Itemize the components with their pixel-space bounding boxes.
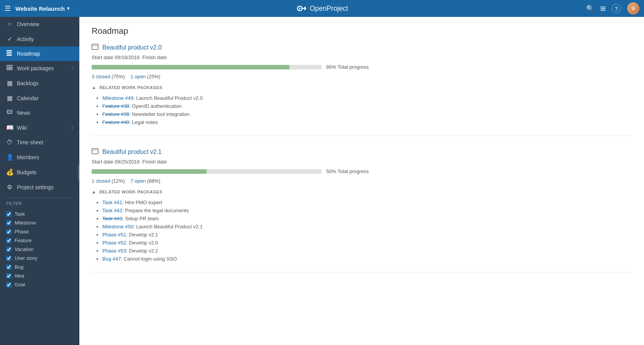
list-item: Milestone #50: Launch Beautiful Product …: [102, 223, 632, 231]
filter-item-feature[interactable]: Feature: [6, 236, 73, 245]
wp-link-50[interactable]: Milestone #50: [102, 224, 133, 229]
wp-link-43[interactable]: Task #43: [102, 216, 122, 221]
filter-item-milestone[interactable]: Milestone: [6, 218, 73, 227]
version-header-v20: Beautiful product v2.0: [92, 44, 632, 51]
wp-link-40[interactable]: Feature #40: [102, 119, 129, 125]
filter-checkbox-bug[interactable]: [6, 264, 12, 270]
closed-count-v20[interactable]: 3 closed: [92, 74, 110, 79]
wp-link-49[interactable]: Milestone #49: [102, 95, 133, 101]
version-title-v21[interactable]: Beautiful product v2.1: [102, 149, 162, 155]
related-header-v21[interactable]: ▲ RELATED WORK PACKAGES: [92, 189, 632, 195]
open-count-v21[interactable]: 7 open: [130, 178, 146, 184]
filter-label-goal: Goal: [15, 282, 25, 287]
budgets-icon: 💰: [6, 168, 13, 176]
collapse-icon: ▲: [92, 189, 96, 195]
sidebar-item-label: Members: [17, 154, 73, 160]
sidebar-item-members[interactable]: 👤 Members: [0, 150, 79, 165]
related-header-v20[interactable]: ▲ RELATED WORK PACKAGES: [92, 85, 632, 90]
progress-label-v21: 50% Total progress: [326, 168, 369, 174]
sidebar-drag-handle[interactable]: [78, 165, 79, 180]
list-item: Phase #53: Develop v2.2: [102, 247, 632, 255]
list-item: Task #42: Prepare the legal documents: [102, 206, 632, 215]
sidebar-item-budgets[interactable]: 💰 Budgets: [0, 165, 79, 180]
sidebar-item-overview[interactable]: ○ Overview: [0, 17, 79, 31]
sidebar-item-label: Budgets: [17, 169, 73, 175]
version-block-v20: Beautiful product v2.0 Start date 09/18/…: [92, 44, 632, 136]
progress-container-v20: 86% Total progress: [92, 64, 632, 70]
sidebar-item-label: Backlogs: [17, 80, 73, 86]
list-item: Feature #38: OpenID authentication: [102, 102, 632, 110]
hamburger-menu[interactable]: ☰: [5, 4, 11, 13]
filter-checkbox-idea[interactable]: [6, 273, 12, 279]
closed-count-v21[interactable]: 1 closed: [92, 178, 110, 184]
filter-item-user-story[interactable]: User story: [6, 254, 73, 262]
related-label: RELATED WORK PACKAGES: [99, 85, 162, 90]
filter-item-phase[interactable]: Phase: [6, 227, 73, 236]
sidebar-item-news[interactable]: News: [0, 106, 79, 120]
filter-item-idea[interactable]: Idea: [6, 271, 73, 280]
filter-item-vacation[interactable]: Vacation: [6, 245, 73, 254]
wp-link-38[interactable]: Feature #38: [102, 103, 129, 109]
filter-checkbox-feature[interactable]: [6, 238, 12, 243]
wp-link-39[interactable]: Feature #39: [102, 111, 129, 117]
filter-checkbox-goal[interactable]: [6, 282, 12, 287]
members-icon: 👤: [6, 154, 13, 161]
list-item: Milestone #49: Launch Beautiful Product …: [102, 94, 632, 102]
version-title-v20[interactable]: Beautiful product v2.0: [102, 44, 162, 51]
help-icon[interactable]: ?: [612, 4, 621, 13]
sidebar-item-work-packages[interactable]: Work packages ›: [0, 61, 79, 76]
open-count-v20[interactable]: 1 open: [130, 74, 146, 79]
list-item: Phase #52: Develop v2.0: [102, 239, 632, 247]
user-avatar[interactable]: U: [627, 2, 639, 15]
filter-label-idea: Idea: [15, 273, 24, 279]
list-item: Feature #39: Newsletter tool integration: [102, 110, 632, 118]
sidebar-item-time-sheet[interactable]: ⏱ Time sheet: [0, 135, 79, 150]
sidebar-item-backlogs[interactable]: ▦ Backlogs: [0, 76, 79, 91]
filter-label-feature: Feature: [15, 238, 32, 243]
progress-bar-outer-v21: [92, 169, 322, 174]
wp-link-47[interactable]: Bug #47: [102, 256, 121, 262]
wp-link-41[interactable]: Task #41: [102, 200, 122, 205]
svg-rect-14: [92, 149, 98, 154]
wp-link-52[interactable]: Phase #52: [102, 240, 126, 246]
sidebar-item-project-settings[interactable]: ⚙ Project settings: [0, 180, 79, 195]
progress-bar-inner-v20: [92, 65, 289, 69]
filter-label-vacation: Vacation: [15, 246, 34, 252]
filter-title: FILTER: [6, 198, 73, 210]
version-dates-v21: Start date 09/25/2018 Finish date: [92, 159, 632, 165]
project-settings-icon: ⚙: [6, 183, 13, 191]
wp-link-42[interactable]: Task #42: [102, 208, 122, 213]
sidebar-item-label: Roadmap: [17, 51, 73, 57]
sidebar-item-label: Project settings: [17, 184, 73, 190]
openproject-logo-icon: [296, 4, 307, 13]
project-name: Website Relaunch: [15, 5, 65, 12]
filter-checkbox-vacation[interactable]: [6, 247, 12, 252]
list-item: Feature #40: Legal notes: [102, 118, 632, 126]
sidebar-item-activity[interactable]: ✓ Activity: [0, 31, 79, 46]
filter-item-bug[interactable]: Bug: [6, 262, 73, 271]
wp-link-51[interactable]: Phase #51: [102, 232, 126, 238]
sidebar-item-wiki[interactable]: 📖 Wiki ›: [0, 120, 79, 135]
sidebar-item-roadmap[interactable]: Roadmap: [0, 46, 79, 61]
grid-icon[interactable]: ⊞: [600, 5, 606, 13]
backlogs-icon: ▦: [6, 79, 13, 87]
filter-checkbox-phase[interactable]: [6, 229, 12, 234]
sidebar-item-calendar[interactable]: ▦ Calendar: [0, 91, 79, 106]
related-list-v21: Task #41: Hire PMO expert Task #42: Prep…: [92, 198, 632, 263]
filter-checkbox-task[interactable]: [6, 211, 12, 217]
filter-item-task[interactable]: Task: [6, 210, 73, 218]
filter-checkbox-user-story[interactable]: [6, 256, 12, 261]
filter-label-phase: Phase: [15, 229, 29, 234]
filter-item-goal[interactable]: Goal: [6, 280, 73, 289]
search-icon[interactable]: 🔍: [586, 5, 594, 13]
app-name: OpenProject: [310, 5, 348, 13]
filter-label-user-story: User story: [15, 255, 37, 261]
progress-bar-inner-v21: [92, 169, 207, 174]
related-label: RELATED WORK PACKAGES: [99, 190, 162, 194]
wp-link-53[interactable]: Phase #53: [102, 248, 126, 254]
time-sheet-icon: ⏱: [6, 139, 13, 146]
project-title-selector[interactable]: Website Relaunch ▾: [15, 5, 69, 12]
sidebar-item-label: News: [17, 110, 73, 116]
filter-checkbox-milestone[interactable]: [6, 220, 12, 226]
version-stats-v20: 3 closed (75%) 1 open (25%): [92, 74, 632, 79]
